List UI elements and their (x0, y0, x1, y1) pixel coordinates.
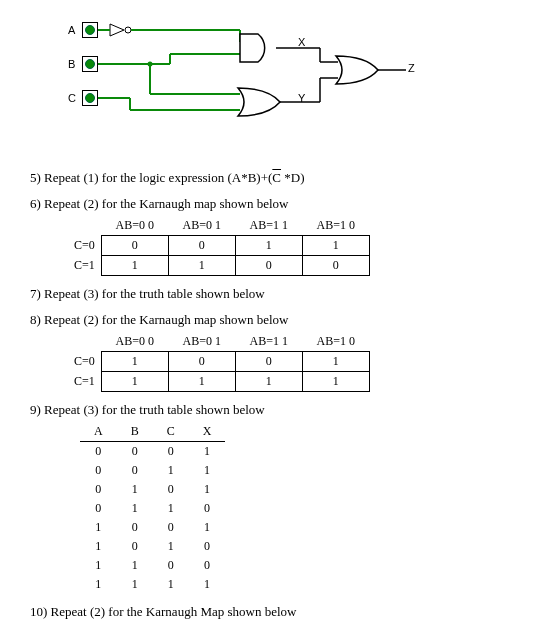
table-row: 1111 (80, 575, 225, 594)
tt-header: B (117, 422, 153, 442)
kmap-cell: 1 (101, 256, 168, 276)
kmap-q6: AB=0 0 AB=0 1 AB=1 1 AB=1 0 C=0 0 0 1 1 … (66, 216, 370, 276)
tt-cell: 1 (80, 537, 117, 556)
kmap-col: AB=0 1 (168, 332, 235, 352)
tt-header: X (189, 422, 226, 442)
kmap-cell: 1 (168, 256, 235, 276)
kmap-cell: 1 (235, 236, 302, 256)
q5-cbar: C (272, 170, 281, 185)
tt-cell: 0 (80, 499, 117, 518)
table-row: 0110 (80, 499, 225, 518)
kmap-cell: 0 (168, 352, 235, 372)
tt-cell: 1 (189, 461, 226, 480)
table-row: C=0 0 0 1 1 (66, 236, 369, 256)
question-8: 8) Repeat (2) for the Karnaugh map shown… (30, 312, 518, 328)
tt-cell: 0 (153, 518, 189, 537)
table-row: 1100 (80, 556, 225, 575)
svg-point-0 (125, 27, 131, 33)
tt-cell: 1 (117, 575, 153, 594)
kmap-rowhdr: C=1 (66, 372, 101, 392)
table-row: 0001 (80, 442, 225, 462)
tt-cell: 0 (117, 461, 153, 480)
kmap-col: AB=1 1 (235, 332, 302, 352)
kmap-cell: 1 (101, 372, 168, 392)
tt-header: C (153, 422, 189, 442)
tt-cell: 0 (117, 518, 153, 537)
kmap-cell: 0 (168, 236, 235, 256)
tt-cell: 1 (153, 461, 189, 480)
tt-cell: 0 (117, 537, 153, 556)
table-row: 0101 (80, 480, 225, 499)
tt-cell: 0 (117, 442, 153, 462)
kmap-cell: 1 (302, 236, 369, 256)
tt-cell: 1 (117, 556, 153, 575)
kmap-col: AB=1 1 (235, 216, 302, 236)
kmap-cell: 0 (235, 256, 302, 276)
tt-cell: 0 (189, 537, 226, 556)
kmap-cell: 1 (302, 352, 369, 372)
tt-cell: 1 (80, 575, 117, 594)
kmap-rowhdr: C=0 (66, 352, 101, 372)
and-gate-icon (240, 34, 265, 62)
not-gate-icon (110, 24, 131, 36)
kmap-rowhdr: C=0 (66, 236, 101, 256)
question-5: 5) Repeat (1) for the logic expression (… (30, 170, 518, 186)
tt-cell: 1 (153, 499, 189, 518)
kmap-cell: 1 (168, 372, 235, 392)
tt-header: A (80, 422, 117, 442)
question-10: 10) Repeat (2) for the Karnaugh Map show… (30, 604, 518, 620)
kmap-cell: 0 (101, 236, 168, 256)
tt-cell: 1 (117, 499, 153, 518)
tt-cell: 1 (189, 575, 226, 594)
tt-cell: 1 (80, 556, 117, 575)
kmap-q8: AB=0 0 AB=0 1 AB=1 1 AB=1 0 C=0 1 0 0 1 … (66, 332, 370, 392)
table-row: 1001 (80, 518, 225, 537)
kmap-col: AB=0 0 (101, 332, 168, 352)
tt-cell: 1 (80, 518, 117, 537)
tt-cell: 1 (153, 575, 189, 594)
tt-cell: 0 (153, 556, 189, 575)
tt-cell: 1 (189, 518, 226, 537)
kmap-cell: 1 (302, 372, 369, 392)
table-row: C=1 1 1 0 0 (66, 256, 369, 276)
kmap-cell: 0 (235, 352, 302, 372)
truth-table-q9: A B C X 00010011010101101001101011001111 (80, 422, 225, 594)
q5-tail: *D) (281, 170, 304, 185)
kmap-cell: 0 (302, 256, 369, 276)
table-row: 1010 (80, 537, 225, 556)
tt-cell: 0 (80, 442, 117, 462)
kmap-col: AB=1 0 (302, 332, 369, 352)
kmap-col: AB=0 0 (101, 216, 168, 236)
kmap-rowhdr: C=1 (66, 256, 101, 276)
tt-cell: 1 (189, 442, 226, 462)
q5-text: 5) Repeat (1) for the logic expression (… (30, 170, 272, 185)
table-row: 0011 (80, 461, 225, 480)
question-9: 9) Repeat (3) for the truth table shown … (30, 402, 518, 418)
tt-cell: 0 (189, 499, 226, 518)
tt-cell: 1 (189, 480, 226, 499)
tt-cell: 1 (153, 537, 189, 556)
question-7: 7) Repeat (3) for the truth table shown … (30, 286, 518, 302)
kmap-col: AB=0 1 (168, 216, 235, 236)
kmap-cell: 1 (101, 352, 168, 372)
kmap-cell: 1 (235, 372, 302, 392)
table-row: C=1 1 1 1 1 (66, 372, 369, 392)
question-6: 6) Repeat (2) for the Karnaugh map shown… (30, 196, 518, 212)
tt-cell: 0 (153, 442, 189, 462)
or-gate-icon (238, 88, 280, 116)
tt-cell: 0 (189, 556, 226, 575)
table-row: C=0 1 0 0 1 (66, 352, 369, 372)
tt-cell: 0 (80, 461, 117, 480)
tt-cell: 1 (117, 480, 153, 499)
circuit-svg (50, 20, 420, 140)
tt-cell: 0 (80, 480, 117, 499)
tt-cell: 0 (153, 480, 189, 499)
kmap-col: AB=1 0 (302, 216, 369, 236)
logic-circuit-diagram: A B C X Y Z (50, 20, 420, 140)
or-gate-final-icon (336, 56, 378, 84)
